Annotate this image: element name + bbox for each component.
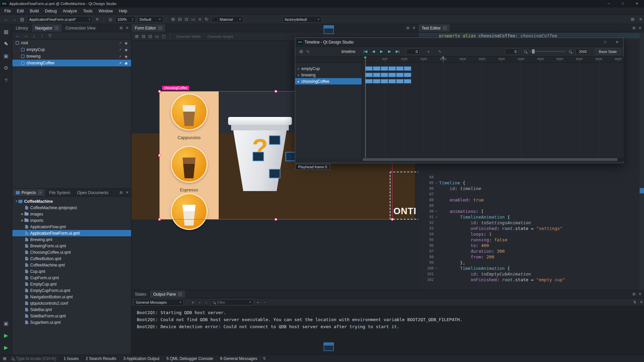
timeline-settings-icon[interactable]: ⊞ — [298, 48, 305, 55]
close-panel-icon[interactable]: ✕ — [124, 190, 130, 195]
record-icon[interactable]: ● — [426, 49, 431, 54]
scrollbar-thumb[interactable] — [363, 158, 618, 161]
coffee-option-espresso[interactable]: Espresso — [159, 146, 219, 192]
code-line[interactable]: 87 — [418, 191, 644, 197]
close-tab-icon[interactable]: ✕ — [38, 191, 42, 194]
coffee-selection-list[interactable]: CappuccinoEspresso — [159, 91, 219, 220]
export-alias-icon[interactable]: ↗ — [117, 55, 123, 58]
file-item-images[interactable]: ▶images — [12, 211, 131, 217]
visibility-eye-icon[interactable]: ◉ — [123, 48, 129, 52]
timeline-window[interactable]: DS Timeline - Qt Design Studio □ ✕ ⊞∿ ti… — [295, 38, 624, 163]
close-button-icon[interactable]: ✕ — [630, 0, 644, 7]
pane-arrows-icon[interactable]: ⇅ — [262, 356, 267, 361]
file-item-SugarItem.ui.qml[interactable]: SugarItem.ui.qml — [12, 319, 131, 325]
navigator-item-emptyCup[interactable]: emptyCup↗◉ — [12, 46, 131, 53]
editor-scrollbar-thumb[interactable] — [640, 188, 644, 193]
keyframe-section[interactable] — [388, 73, 396, 77]
split-panel-icon[interactable]: ⊞ — [631, 292, 637, 297]
statusbar-button-application-output[interactable]: 3 Application Output — [120, 355, 163, 362]
close-tab-icon[interactable]: ✕ — [443, 26, 447, 30]
fold-marker-icon[interactable]: ▾ — [434, 181, 439, 184]
keyframe-bar-brewing[interactable] — [365, 73, 411, 77]
tab-projects[interactable]: Projects✕ — [12, 189, 46, 196]
timeline-ruler[interactable]: 5001000150020002500300035004000450050005… — [295, 57, 624, 63]
menu-file[interactable]: File — [1, 7, 14, 15]
export-alias-icon[interactable]: ↗ — [117, 61, 123, 65]
split-panel-icon[interactable]: ⊞ — [118, 190, 124, 195]
navigator-item-choosingCoffee[interactable]: choosingCoffee↗◉ — [12, 60, 131, 66]
keyframe-section[interactable] — [396, 73, 404, 77]
file-item-CupForm.ui.qml[interactable]: CupForm.ui.qml — [12, 275, 131, 281]
code-line[interactable]: 96 to: 400 — [418, 243, 644, 248]
zoom-selector[interactable]: 100% ▲▼ — [115, 16, 136, 23]
snap-items-icon[interactable]: ⊟ — [176, 16, 183, 23]
snap-parent-icon[interactable]: ⊞ — [133, 33, 140, 40]
curve-editor-icon[interactable]: ∿ — [305, 48, 311, 55]
maximize-pane-icon[interactable]: ⇅ — [632, 300, 637, 305]
play-icon[interactable]: ▶ — [377, 49, 385, 54]
next-frame-icon[interactable]: ▶ — [385, 49, 393, 54]
keyframe-section[interactable] — [373, 73, 380, 77]
component-name-tag[interactable]: choosingCoffee — [162, 86, 189, 90]
statusbar-button-issues[interactable]: 1 Issues — [60, 355, 83, 362]
keyframe-section[interactable] — [396, 66, 404, 71]
run-icon[interactable]: ▶ — [1, 330, 11, 341]
timeline-name-label[interactable]: timeline — [341, 49, 355, 54]
menu-tools[interactable]: Tools — [80, 7, 96, 15]
menu-edit[interactable]: Edit — [14, 7, 27, 15]
code-line[interactable]: 89 — [418, 203, 644, 208]
keyframe-section[interactable] — [404, 79, 411, 83]
document-spinner-icon[interactable]: ▲▼ — [89, 18, 90, 21]
current-frame-field[interactable]: 0 — [406, 49, 420, 55]
output-channel-selector[interactable]: General Messages ▼ — [133, 299, 184, 306]
file-item-EmptyCupForm.ui.qml[interactable]: EmptyCupForm.ui.qml — [12, 287, 131, 294]
debug-icon[interactable]: ▶ — [1, 343, 11, 353]
close-panel-icon[interactable]: ✕ — [637, 25, 643, 31]
expander-icon[interactable]: ▶ — [20, 213, 24, 216]
go-back-icon[interactable]: ← — [3, 16, 9, 23]
sidebar-toggle-icon[interactable]: ▦ — [2, 356, 7, 361]
code-line[interactable]: 95 running: false — [418, 237, 644, 243]
expander-icon[interactable]: ▸ — [298, 73, 300, 77]
filter-input[interactable] — [217, 300, 247, 304]
tab-library[interactable]: Library — [12, 24, 32, 32]
tab-open-documents[interactable]: Open Documents — [74, 189, 112, 196]
keyframe-section[interactable] — [404, 73, 411, 77]
close-panel-icon[interactable]: ✕ — [411, 25, 417, 31]
expander-icon[interactable]: ▸ — [298, 80, 300, 83]
project-root-CoffeeMachine[interactable]: ▼CoffeeMachine — [12, 198, 131, 204]
keyframe-section[interactable] — [388, 79, 396, 83]
close-tab-icon[interactable]: ✕ — [158, 26, 162, 30]
keyframe-bar-choosingCoffee[interactable] — [365, 79, 411, 83]
timeline-track-emptyCup[interactable]: ▸emptyCup — [295, 65, 362, 72]
keyframe-section[interactable] — [388, 66, 396, 71]
menu-build[interactable]: Build — [27, 7, 42, 15]
statusbar-button-qml-debugger-console[interactable]: 5 QML Debugger Console — [163, 355, 217, 362]
file-item-ApplicationFlow.qml[interactable]: ApplicationFlow.qml — [12, 224, 131, 230]
keyframe-drag-square[interactable] — [253, 152, 264, 161]
tab-connection-view[interactable]: Connection View — [62, 24, 99, 32]
go-forward-icon[interactable]: → — [11, 16, 17, 23]
move-back-icon[interactable]: ← — [14, 33, 21, 39]
expand-tree-icon[interactable]: ≡ — [190, 300, 196, 305]
tab-form-editor[interactable]: Form Editor ✕ — [131, 24, 166, 32]
export-alias-icon[interactable]: ↗ — [117, 48, 123, 52]
tab-navigator[interactable]: Navigator✕ — [32, 24, 62, 32]
reset-view-icon[interactable]: ◎ — [107, 16, 114, 23]
close-tab-icon[interactable]: ✕ — [178, 292, 182, 296]
keyframe-section[interactable] — [365, 66, 373, 71]
coffee-option[interactable] — [159, 193, 219, 235]
fold-marker-icon[interactable]: ▾ — [434, 210, 439, 213]
menu-debug[interactable]: Debug — [42, 7, 60, 15]
always-snap-icon[interactable]: ⊡ — [147, 33, 154, 40]
code-line[interactable]: 86 id: timeline — [418, 186, 644, 191]
timeline-track-brewing[interactable]: ▸brewing — [295, 72, 362, 78]
code-line[interactable]: 93 onFinished: root.state = "settings" — [418, 226, 644, 231]
maximize-button-icon[interactable]: □ — [599, 38, 611, 47]
close-document-icon[interactable]: ✕ — [94, 16, 101, 23]
editor-scrollbar[interactable] — [640, 32, 644, 290]
expander-icon[interactable]: ▶ — [20, 219, 24, 222]
keyframe-section[interactable] — [396, 79, 404, 83]
file-item-EmptyCup.qml[interactable]: EmptyCup.qml — [12, 281, 131, 287]
menu-analyze[interactable]: Analyze — [60, 7, 80, 15]
